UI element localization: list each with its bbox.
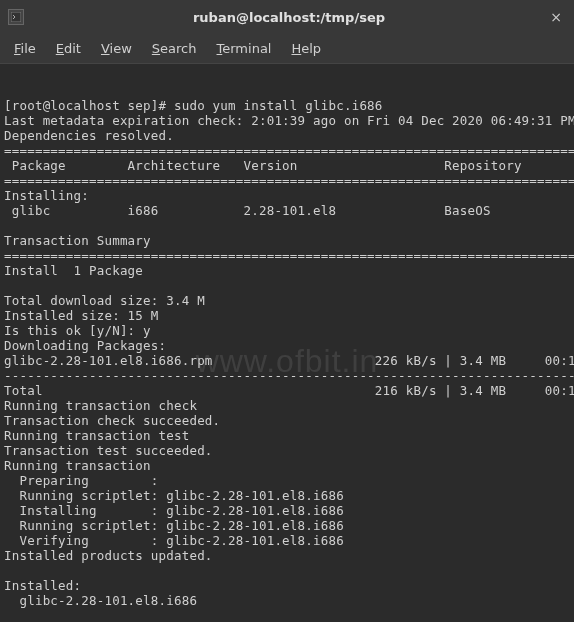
separator: ========================================… [4,143,574,158]
output-line: Downloading Packages: [4,338,166,353]
output-line: Last metadata expiration check: 2:01:39 … [4,113,574,128]
separator: ----------------------------------------… [4,368,574,383]
output-line: Running transaction check [4,398,197,413]
output-line: Running scriptlet: glibc-2.28-101.el8.i6… [4,518,574,533]
output-line: glibc-2.28-101.el8.i686 [4,593,197,608]
menu-search[interactable]: Search [142,37,207,60]
titlebar: ruban@localhost:/tmp/sep × [0,0,574,34]
menubar: File Edit View Search Terminal Help [0,34,574,64]
menu-edit[interactable]: Edit [46,37,91,60]
separator: ========================================… [4,173,574,188]
output-line: Installed products updated. [4,548,213,563]
close-button[interactable]: × [546,7,566,27]
output-line: Running transaction [4,458,151,473]
window-title: ruban@localhost:/tmp/sep [32,10,546,25]
menu-help[interactable]: Help [281,37,331,60]
output-line: Is this ok [y/N]: y [4,323,151,338]
prompt-line: [root@localhost sep]# sudo yum install g… [4,98,383,113]
output-line: Installed: [4,578,81,593]
menu-terminal[interactable]: Terminal [207,37,282,60]
terminal-icon [8,9,24,25]
menu-view[interactable]: View [91,37,142,60]
output-line: Total 216 kB/s | 3.4 MB 00:16 [4,383,574,398]
table-header: Package Architecture Version Repository … [4,158,574,173]
table-row: glibc i686 2.28-101.el8 BaseOS 3.4 M [4,203,574,218]
output-line: Total download size: 3.4 M [4,293,205,308]
separator: ========================================… [4,248,574,263]
output-line: Installed size: 15 M [4,308,159,323]
output-line: Installing: [4,188,89,203]
output-line: Dependencies resolved. [4,128,174,143]
output-line: Preparing : 1/1 [4,473,574,488]
output-line: Installing : glibc-2.28-101.el8.i686 1/1 [4,503,574,518]
terminal-output[interactable]: www.ofbit.in [root@localhost sep]# sudo … [0,64,574,622]
output-line: Install 1 Package [4,263,143,278]
menu-file[interactable]: File [4,37,46,60]
output-line: Transaction Summary [4,233,151,248]
output-line: Transaction check succeeded. [4,413,220,428]
output-line: Transaction test succeeded. [4,443,213,458]
output-line: Running scriptlet: glibc-2.28-101.el8.i6… [4,488,574,503]
output-line: Running transaction test [4,428,189,443]
output-line: glibc-2.28-101.el8.i686.rpm 226 kB/s | 3… [4,353,574,368]
svg-rect-0 [11,12,21,22]
output-line: Verifying : glibc-2.28-101.el8.i686 1/1 [4,533,574,548]
